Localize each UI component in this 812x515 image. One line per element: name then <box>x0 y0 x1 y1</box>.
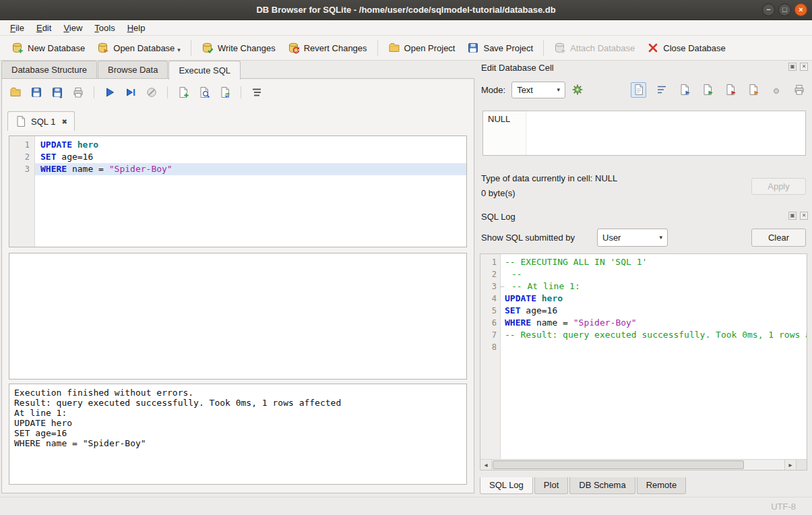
menu-help[interactable]: Help <box>121 21 152 35</box>
close-tab-icon[interactable]: ✖ <box>61 118 67 125</box>
tab-browse-data[interactable]: Browse Data <box>98 61 168 78</box>
output-line: WHERE name = "Spider-Boy" <box>14 438 462 448</box>
sql-log-area[interactable]: 1−-- EXECUTING ALL IN 'SQL 1'2--3-- At l… <box>480 253 807 471</box>
revert-changes-icon <box>288 42 300 54</box>
window-minimize-button[interactable]: − <box>762 3 775 16</box>
execute-current-line-icon[interactable] <box>124 86 137 99</box>
chevron-down-icon: ▾ <box>659 234 662 241</box>
code-token: hero <box>542 293 563 303</box>
menu-tools[interactable]: Tools <box>88 21 121 35</box>
code-line: 8 <box>480 341 807 353</box>
open-database-button[interactable]: Open Database▾ <box>91 38 187 58</box>
window-close-button[interactable]: × <box>794 3 807 16</box>
right-panel: Edit Database Cell ▣ ✕ Mode: Text ▾ NULL… <box>476 61 812 497</box>
menu-bar: FileEditViewToolsHelp <box>0 20 812 36</box>
scroll-left-arrow-icon[interactable]: ◂ <box>480 460 492 470</box>
encoding-label: UTF-8 <box>771 502 796 512</box>
code-line: 4UPDATE hero <box>480 293 807 305</box>
toolbar-button-label: Open Database <box>113 43 175 53</box>
line-number: 2 <box>480 268 501 280</box>
sql-log-float-icon[interactable]: ▣ <box>788 212 797 220</box>
toolbar-button-label: Revert Changes <box>304 43 367 53</box>
sql-editor[interactable]: 1UPDATE hero2SET age=163WHERE name = "Sp… <box>9 135 467 247</box>
edit-cell-toolbar: Mode: Text ▾ <box>481 81 807 98</box>
open-tab-icon[interactable] <box>177 86 190 99</box>
revert-changes-button[interactable]: Revert Changes <box>282 38 373 58</box>
save-sql-file-icon[interactable] <box>30 86 43 99</box>
print-sql-icon[interactable] <box>71 86 85 99</box>
sql-log-close-icon[interactable]: ✕ <box>800 212 808 220</box>
text-view-icon[interactable] <box>631 82 646 98</box>
toolbar-button-label: Attach Database <box>570 43 635 53</box>
edit-cell-float-icon[interactable]: ▣ <box>788 63 797 71</box>
log-horizontal-scrollbar[interactable]: ◂ ▸ <box>480 459 807 470</box>
print-cell-icon[interactable] <box>791 82 807 98</box>
code-token: "Spider-Boy" <box>573 317 637 328</box>
new-database-button[interactable]: New Database <box>5 38 91 58</box>
submitted-by-value: User <box>602 233 621 243</box>
main-tabs: Database StructureBrowse DataExecute SQL <box>1 61 241 80</box>
results-pane <box>9 253 467 380</box>
toolbar-button-label: Close Database <box>663 43 726 53</box>
clear-button[interactable]: Clear <box>751 229 806 247</box>
find-icon[interactable] <box>197 86 211 99</box>
window-maximize-button[interactable]: □ <box>778 3 791 16</box>
bottom-tab-db-schema[interactable]: DB Schema <box>569 477 635 494</box>
cell-editor[interactable]: NULL <box>482 111 806 156</box>
wrap-lines-icon[interactable] <box>654 82 669 98</box>
scrollbar-track[interactable] <box>492 460 784 470</box>
bottom-tab-plot[interactable]: Plot <box>534 477 568 494</box>
title-bar[interactable]: DB Browser for SQLite - /home/user/code/… <box>0 0 812 20</box>
bottom-tab-sql-log[interactable]: SQL Log <box>480 477 533 494</box>
clear-cell-icon[interactable] <box>768 82 784 98</box>
close-database-button[interactable]: Close Database <box>641 38 732 58</box>
import-cell-data-icon[interactable] <box>722 82 738 98</box>
format-sql-icon[interactable] <box>250 86 263 99</box>
menu-view[interactable]: View <box>57 21 88 35</box>
save-sql-as-icon[interactable] <box>51 86 64 99</box>
save-project-button[interactable]: Save Project <box>461 38 539 58</box>
edit-cell-close-icon[interactable]: ✕ <box>800 63 808 71</box>
edit-cell-title: Edit Database Cell <box>481 63 554 73</box>
mode-select[interactable]: Text ▾ <box>511 82 565 98</box>
tab-execute-sql[interactable]: Execute SQL <box>168 61 241 80</box>
save-cell-data-icon[interactable] <box>699 82 715 98</box>
mode-label: Mode: <box>481 85 505 95</box>
write-changes-button[interactable]: Write Changes <box>195 38 282 58</box>
tab-database-structure[interactable]: Database Structure <box>1 61 97 78</box>
sql-log-title: SQL Log <box>481 212 516 222</box>
stop-icon[interactable] <box>145 86 158 99</box>
menu-file[interactable]: File <box>4 21 30 35</box>
execute-all-icon[interactable] <box>103 86 117 99</box>
open-sql-file-icon[interactable] <box>9 86 22 99</box>
code-token: SET <box>40 152 56 162</box>
bottom-tab-remote[interactable]: Remote <box>637 477 687 494</box>
output-line: UPDATE hero <box>14 418 462 428</box>
line-number: 4 <box>480 293 501 305</box>
output-line: Result: query executed successfully. Too… <box>14 398 462 408</box>
mode-apply-icon[interactable] <box>571 84 584 96</box>
submitted-by-select[interactable]: User ▾ <box>597 229 668 247</box>
menu-edit[interactable]: Edit <box>30 21 57 35</box>
write-changes-icon <box>201 42 214 54</box>
replace-icon[interactable] <box>218 86 232 99</box>
line-number: 3 <box>480 280 501 293</box>
code-text: -- <box>501 268 807 280</box>
export-cell-data-icon[interactable] <box>745 82 761 98</box>
cell-value: NULL <box>488 114 510 124</box>
open-cell-data-icon[interactable] <box>677 82 692 98</box>
scroll-right-arrow-icon[interactable]: ▸ <box>784 460 796 470</box>
code-token: -- <box>511 269 522 279</box>
open-project-button[interactable]: Open Project <box>382 38 462 58</box>
code-token: WHERE <box>505 317 531 328</box>
toolbar-separator <box>167 86 168 98</box>
code-token <box>72 140 77 150</box>
sql1-tab[interactable]: SQL 1 ✖ <box>7 111 75 131</box>
code-text: SET age=16 <box>501 305 807 317</box>
line-number: 3 <box>9 163 35 175</box>
window-controls: −□× <box>762 3 807 16</box>
code-text: −-- EXECUTING ALL IN 'SQL 1' <box>501 256 807 268</box>
scrollbar-thumb[interactable] <box>493 460 744 469</box>
code-token: WHERE <box>40 164 67 174</box>
code-line: 1UPDATE hero <box>9 139 466 151</box>
